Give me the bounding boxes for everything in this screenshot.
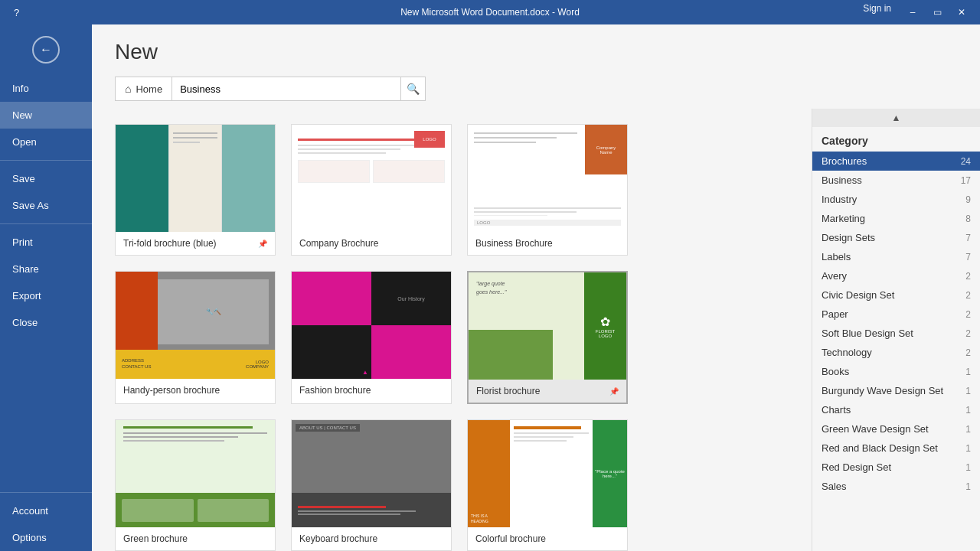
category-item-charts[interactable]: Charts 1 (812, 400, 980, 419)
page-title: New (115, 40, 957, 64)
template-keyboard[interactable]: ABOUT US | CONTACT US Keyboard brochure (291, 419, 452, 551)
template-florist[interactable]: ✿ FLORISTLOGO "large quotegoes here..." … (467, 271, 628, 404)
home-icon: ⌂ (125, 83, 131, 95)
template-label-green-b: Green brochure (116, 527, 275, 550)
sign-in-label[interactable]: Sign in (863, 3, 891, 21)
close-button[interactable]: ✕ (951, 3, 972, 21)
maximize-button[interactable]: ▭ (926, 3, 948, 21)
sidebar-item-open[interactable]: Open (0, 129, 92, 155)
window-title: New Microsoft Word Document.docx - Word (400, 7, 580, 18)
templates-grid: Tri-fold brochure (blue) 📌 (115, 124, 789, 551)
template-thumb-handy: ADDRESSCONTACT US LOGOCOMPANY 🔧🔨 (116, 272, 275, 379)
sidebar-item-close[interactable]: Close (0, 309, 92, 336)
sidebar-item-options[interactable]: Options (0, 524, 92, 551)
sidebar-item-save-as[interactable]: Save As (0, 192, 92, 219)
template-handy[interactable]: ADDRESSCONTACT US LOGOCOMPANY 🔧🔨 Handy-p… (115, 271, 276, 404)
category-panel: ▲ Category Brochures 24 Business 17 Indu… (812, 109, 980, 551)
category-item-civic-design[interactable]: Civic Design Set 2 (812, 285, 980, 305)
search-button[interactable]: 🔍 (401, 77, 426, 101)
back-icon: ← (32, 36, 60, 64)
back-button[interactable]: ← (0, 24, 92, 75)
app-body: ← Info New Open Save Save As Print Share… (0, 24, 980, 551)
home-button[interactable]: ⌂ Home (115, 77, 172, 101)
template-label-business: Business Brochure (468, 232, 627, 255)
sidebar-item-export[interactable]: Export (0, 282, 92, 309)
category-item-brochures[interactable]: Brochures 24 (812, 152, 980, 171)
category-item-labels[interactable]: Labels 7 (812, 247, 980, 266)
template-thumb-florist: ✿ FLORISTLOGO "large quotegoes here..." (469, 272, 626, 380)
titlebar: ? New Microsoft Word Document.docx - Wor… (0, 0, 980, 24)
sidebar-item-info[interactable]: Info (0, 75, 92, 102)
home-label: Home (136, 83, 162, 95)
template-fashion[interactable]: Our History ▲ Fashion brochure (291, 271, 452, 404)
category-item-red-black[interactable]: Red and Black Design Set 1 (812, 439, 980, 458)
category-item-red-design[interactable]: Red Design Set 1 (812, 458, 980, 477)
category-item-avery[interactable]: Avery 2 (812, 266, 980, 285)
template-orange-b[interactable]: THIS IS AHEADING "Place a quote here..." (467, 419, 628, 551)
category-item-technology[interactable]: Technology 2 (812, 343, 980, 362)
sidebar-item-print[interactable]: Print (0, 229, 92, 256)
template-company[interactable]: LOGO Company Brochure (291, 124, 452, 256)
pin-icon-florist: 📌 (609, 387, 619, 396)
template-label-orange-b: Colorful brochure (468, 527, 627, 550)
template-label-florist: Florist brochure 📌 (469, 380, 626, 403)
sidebar-bottom: Account Options (0, 487, 92, 551)
window-controls: Sign in – ▭ ✕ (863, 3, 972, 21)
minimize-button[interactable]: – (902, 3, 923, 21)
category-item-design-sets[interactable]: Design Sets 7 (812, 228, 980, 247)
template-label-fashion: Fashion brochure (292, 379, 451, 402)
category-item-paper[interactable]: Paper 2 (812, 305, 980, 324)
help-button[interactable]: ? (8, 7, 25, 18)
sidebar: ← Info New Open Save Save As Print Share… (0, 24, 92, 551)
search-input[interactable] (172, 77, 401, 101)
template-thumb-fashion: Our History ▲ (292, 272, 451, 379)
template-thumb-keyboard: ABOUT US | CONTACT US (292, 420, 451, 527)
category-item-burgundy-wave[interactable]: Burgundy Wave Design Set 1 (812, 381, 980, 400)
sidebar-nav: Info New Open Save Save As Print Share E… (0, 75, 92, 336)
sidebar-item-save[interactable]: Save (0, 165, 92, 192)
template-thumb-company: LOGO (292, 125, 451, 232)
template-label-handy: Handy-person brochure (116, 379, 275, 402)
template-thumb-green-b (116, 420, 275, 527)
template-trifold[interactable]: Tri-fold brochure (blue) 📌 (115, 124, 276, 256)
content-header: New ⌂ Home 🔍 (92, 24, 980, 109)
category-scroll-up[interactable]: ▲ (812, 109, 980, 127)
template-business[interactable]: CompanyName LOGO (467, 124, 628, 256)
content-body: Tri-fold brochure (blue) 📌 (92, 109, 980, 551)
template-label-keyboard: Keyboard brochure (292, 527, 451, 550)
template-label-company: Company Brochure (292, 232, 451, 255)
category-header: Category (812, 127, 980, 152)
search-bar: ⌂ Home 🔍 (115, 77, 957, 101)
category-item-industry[interactable]: Industry 9 (812, 190, 980, 209)
category-item-marketing[interactable]: Marketing 8 (812, 209, 980, 228)
category-item-books[interactable]: Books 1 (812, 362, 980, 381)
template-label-trifold: Tri-fold brochure (blue) 📌 (116, 232, 275, 255)
templates-area: Tri-fold brochure (blue) 📌 (92, 109, 812, 551)
category-item-sales[interactable]: Sales 1 (812, 477, 980, 496)
sidebar-item-new[interactable]: New (0, 102, 92, 129)
sidebar-item-account[interactable]: Account (0, 497, 92, 524)
category-item-business[interactable]: Business 17 (812, 171, 980, 190)
main-content: New ⌂ Home 🔍 (92, 24, 980, 551)
template-thumb-trifold (116, 125, 275, 232)
template-thumb-business: CompanyName LOGO (468, 125, 627, 232)
sidebar-item-share[interactable]: Share (0, 256, 92, 282)
pin-icon-trifold: 📌 (258, 240, 267, 248)
template-thumb-orange-b: THIS IS AHEADING "Place a quote here..." (468, 420, 627, 527)
category-item-soft-blue[interactable]: Soft Blue Design Set 2 (812, 324, 980, 343)
template-green-b[interactable]: Green brochure (115, 419, 276, 551)
category-item-green-wave[interactable]: Green Wave Design Set 1 (812, 419, 980, 439)
